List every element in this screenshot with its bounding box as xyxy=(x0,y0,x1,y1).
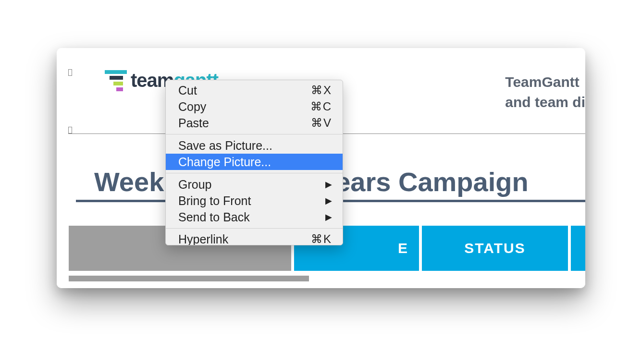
ruler-marker-icon xyxy=(68,69,72,76)
menu-shortcut: ⌘X xyxy=(311,84,332,97)
logo-bars-icon xyxy=(105,70,127,91)
menu-separator xyxy=(166,173,343,173)
menu-label: Change Picture... xyxy=(178,155,271,169)
ruler-marker-icon xyxy=(68,127,72,133)
menu-label: Copy xyxy=(178,100,206,114)
table-header-status: STATUS xyxy=(422,226,568,271)
document-canvas: teamgantt TeamGantt and team di Week ew … xyxy=(57,48,585,288)
app-window: teamgantt TeamGantt and team di Week ew … xyxy=(57,48,585,288)
page-title-prefix: Week xyxy=(94,167,164,197)
menu-send-to-back[interactable]: Send to Back ▶ xyxy=(166,209,343,225)
menu-hyperlink[interactable]: Hyperlink ⌘K xyxy=(166,231,343,245)
menu-label: Group xyxy=(178,178,211,192)
menu-shortcut: ⌘K xyxy=(311,232,332,245)
menu-label: Cut xyxy=(178,84,197,97)
menu-paste[interactable]: Paste ⌘V xyxy=(166,115,343,131)
menu-separator xyxy=(166,228,343,229)
menu-label: Save as Picture... xyxy=(178,139,272,153)
menu-shortcut: ⌘V xyxy=(311,116,332,130)
context-menu: Cut ⌘X Copy ⌘C Paste ⌘V Save as Picture.… xyxy=(165,80,343,245)
menu-bring-to-front[interactable]: Bring to Front ▶ xyxy=(166,193,343,209)
menu-label: Hyperlink xyxy=(178,232,228,245)
menu-change-picture[interactable]: Change Picture... xyxy=(166,154,343,170)
menu-label: Paste xyxy=(178,116,209,130)
menu-shortcut: ⌘C xyxy=(310,100,332,113)
menu-save-as-picture[interactable]: Save as Picture... xyxy=(166,137,343,154)
header-description-line1: TeamGantt xyxy=(505,72,585,92)
submenu-arrow-icon: ▶ xyxy=(325,195,332,206)
menu-group[interactable]: Group ▶ xyxy=(166,176,343,193)
table-cell-gray xyxy=(69,276,309,281)
submenu-arrow-icon: ▶ xyxy=(325,212,332,222)
header-description-line2: and team di xyxy=(505,92,585,112)
menu-label: Send to Back xyxy=(178,210,250,224)
menu-cut[interactable]: Cut ⌘X xyxy=(166,82,343,98)
menu-separator xyxy=(166,134,343,134)
header-description: TeamGantt and team di xyxy=(505,72,585,112)
menu-copy[interactable]: Copy ⌘C xyxy=(166,98,343,115)
submenu-arrow-icon: ▶ xyxy=(325,179,332,190)
table-row xyxy=(69,276,585,281)
menu-label: Bring to Front xyxy=(178,194,251,208)
table-header-col-fragment-2 xyxy=(571,226,585,271)
